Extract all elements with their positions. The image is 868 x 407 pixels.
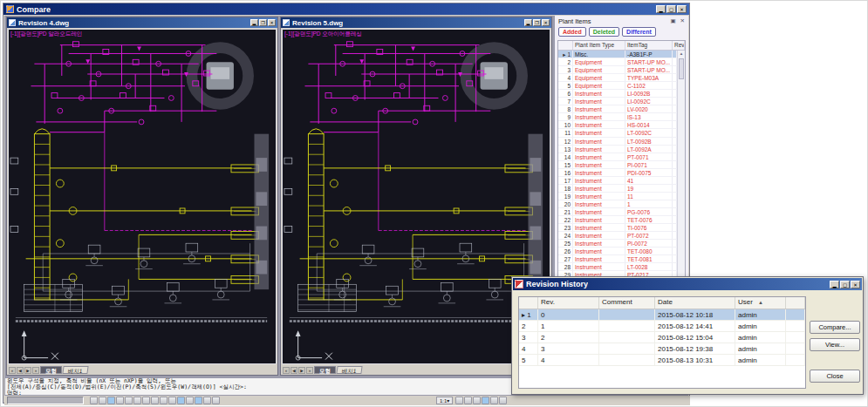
statusbar-toggle[interactable] <box>499 397 507 404</box>
column-rownum[interactable] <box>519 297 538 309</box>
statusbar-toggle[interactable] <box>186 397 194 404</box>
compare-button[interactable]: Compare... <box>810 321 860 334</box>
view-button[interactable]: View... <box>810 338 860 351</box>
scale-indicator[interactable]: 1:1▾ <box>436 397 453 404</box>
plant-item-row[interactable]: 19Instrument11 <box>558 193 677 200</box>
plant-item-row[interactable]: 22InstrumentTET-0076 <box>558 216 677 224</box>
plant-item-row[interactable]: 12InstrumentLT-0092B <box>558 138 677 146</box>
statusbar-toggle[interactable] <box>212 397 220 404</box>
plant-item-row[interactable]: 5EquipmentC-1102 <box>558 82 677 90</box>
plant-item-row[interactable]: 4EquipmentTYPE-M03A <box>558 74 677 82</box>
revision-history-titlebar[interactable]: Revision History ▂ ▢ ✕ <box>513 278 862 290</box>
close-icon[interactable]: ✕ <box>677 5 687 13</box>
plant-item-row[interactable]: 7InstrumentLI-0092C <box>558 98 677 105</box>
plant-item-row[interactable]: 20Instrument1 <box>558 200 677 208</box>
statusbar-toggle[interactable] <box>142 397 150 404</box>
plant-item-row[interactable]: 18Instrument19 <box>558 185 677 193</box>
plant-item-row[interactable]: 27InstrumentTET-0081 <box>558 255 677 263</box>
plant-item-row[interactable]: 14InstrumentPT-0071 <box>558 153 677 161</box>
statusbar-toggle[interactable] <box>455 397 463 404</box>
statusbar-toggle[interactable] <box>195 397 202 404</box>
statusbar-toggle[interactable] <box>490 397 498 404</box>
close-icon[interactable]: ✕ <box>851 281 860 288</box>
scrollbar-thumb[interactable] <box>679 58 684 79</box>
column-item-tag[interactable]: ItemTag <box>625 41 673 50</box>
close-icon[interactable]: ✕ <box>268 19 276 26</box>
plant-item-row[interactable]: 17Instrument41 <box>558 177 677 185</box>
scroll-up-icon[interactable]: ▲ <box>678 51 685 56</box>
nav-prev-icon[interactable]: ◀ <box>17 367 24 374</box>
plant-item-row[interactable]: 13InstrumentLT-0092A <box>558 146 677 153</box>
nav-last-icon[interactable]: » <box>32 367 39 374</box>
column-item-type[interactable]: Plant Item Type <box>573 41 625 50</box>
pin-icon[interactable]: ▣ <box>670 17 675 24</box>
column-revision[interactable]: Revisi <box>673 41 685 50</box>
column-rev[interactable]: Rev. <box>538 297 599 309</box>
tab-모형[interactable]: 모형 <box>40 366 62 374</box>
statusbar-toggle[interactable] <box>168 397 176 404</box>
statusbar-toggle[interactable] <box>177 397 185 404</box>
plant-item-row[interactable]: ▸ 1Misc.-A3B1F-P <box>558 51 677 58</box>
tab-배치1[interactable]: 배치1 <box>62 366 88 374</box>
compare-titlebar[interactable]: Compare ▂ ▢ ✕ <box>3 3 689 15</box>
revision4-canvas[interactable]: [-1][광면도]PD 알라오드레인 <box>8 29 277 364</box>
minimize-icon[interactable]: ▂ <box>656 5 666 13</box>
column-rownum[interactable] <box>558 41 573 50</box>
statusbar-toggle[interactable] <box>160 397 167 404</box>
revision-row[interactable]: 322015-08-12 15:04admin <box>519 332 805 343</box>
plant-item-row[interactable]: 28InstrumentLT-0028 <box>558 263 677 271</box>
nav-first-icon[interactable]: « <box>283 367 290 374</box>
close-icon[interactable]: ✕ <box>542 19 550 26</box>
column-comment[interactable]: Comment <box>599 297 655 309</box>
revision5-canvas[interactable]: [-1][광면도]PD 오아이어클레싱 <box>282 29 550 364</box>
plant-item-row[interactable]: 8InstrumentLV-0020 <box>558 105 677 113</box>
revision5-titlebar[interactable]: Revision 5.dwg ▂ ❐ ✕ <box>281 17 551 28</box>
tab-모형[interactable]: 모형 <box>314 366 336 374</box>
nav-first-icon[interactable]: « <box>9 367 16 374</box>
restore-icon[interactable]: ❐ <box>533 19 541 26</box>
revision-row[interactable]: 212015-08-12 14:41admin <box>519 321 805 332</box>
plant-item-row[interactable]: 24InstrumentPT-0072 <box>558 232 677 240</box>
restore-icon[interactable]: ❐ <box>259 19 267 26</box>
statusbar-toggle[interactable] <box>116 397 124 404</box>
plant-item-row[interactable]: 10InstrumentHS-0014 <box>558 121 677 129</box>
nav-prev-icon[interactable]: ◀ <box>290 367 297 374</box>
plant-item-row[interactable]: 15InstrumentPI-0071 <box>558 161 677 169</box>
statusbar-toggle[interactable] <box>482 397 489 404</box>
statusbar-toggle[interactable] <box>473 397 481 404</box>
close-button[interactable]: Close <box>810 370 860 383</box>
nav-next-icon[interactable]: ▶ <box>298 367 305 374</box>
filter-added-button[interactable]: Added <box>558 27 586 37</box>
statusbar-toggle[interactable] <box>125 397 133 404</box>
revision4-titlebar[interactable]: Revision 4.dwg ▂ ❐ ✕ <box>7 17 277 28</box>
statusbar-toggle[interactable] <box>107 397 115 404</box>
statusbar-toggle[interactable] <box>99 397 106 404</box>
statusbar-toggle[interactable] <box>203 397 211 404</box>
column-date[interactable]: Date <box>655 297 735 309</box>
nav-last-icon[interactable]: » <box>306 367 313 374</box>
plant-item-row[interactable]: 23InstrumentTI-0076 <box>558 224 677 232</box>
minimize-icon[interactable]: ▂ <box>524 19 532 26</box>
plant-item-row[interactable]: 11InstrumentLT-0092C <box>558 129 677 137</box>
filter-deleted-button[interactable]: Deleted <box>589 27 619 37</box>
plant-item-row[interactable]: 3EquipmentSTART-UP MO... <box>558 66 677 74</box>
plant-item-row[interactable]: 2EquipmentSTART-UP MO... <box>558 58 677 66</box>
revision-row[interactable]: ▸ 102015-08-12 10:18admin <box>519 309 805 321</box>
plant-item-row[interactable]: 9InstrumentIS-13 <box>558 113 677 121</box>
minimize-icon[interactable]: ▂ <box>250 19 258 26</box>
plant-item-row[interactable]: 26InstrumentTET-0080 <box>558 248 677 255</box>
statusbar-toggle[interactable] <box>151 397 159 404</box>
maximize-icon[interactable]: ▢ <box>666 5 676 13</box>
filter-different-button[interactable]: Different <box>622 27 656 37</box>
plant-item-row[interactable]: 6InstrumentLI-0092B <box>558 90 677 98</box>
minimize-icon[interactable]: ▂ <box>830 281 839 288</box>
statusbar-toggle[interactable] <box>90 397 98 404</box>
plant-item-row[interactable]: 25InstrumentPI-0072 <box>558 240 677 248</box>
panel-close-icon[interactable]: ✕ <box>680 17 685 24</box>
maximize-icon[interactable]: ▢ <box>840 281 850 288</box>
revision-row[interactable]: 432015-08-12 19:38admin <box>519 343 805 355</box>
statusbar-toggle[interactable] <box>133 397 141 404</box>
statusbar-toggle[interactable] <box>464 397 472 404</box>
column-user[interactable]: User▲ <box>735 297 786 309</box>
revision-row[interactable]: 542015-08-13 10:31admin <box>519 355 805 366</box>
